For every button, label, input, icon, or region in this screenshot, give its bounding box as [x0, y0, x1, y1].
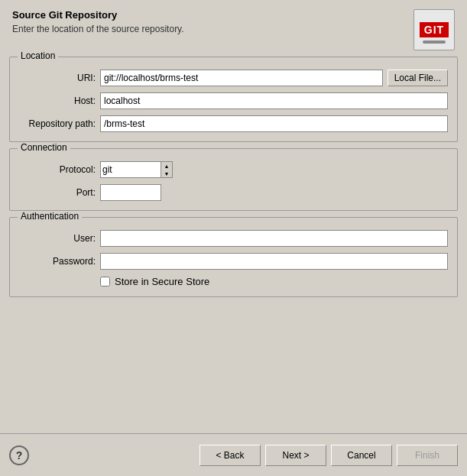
user-label: User:	[19, 233, 96, 244]
uri-label: URI:	[19, 73, 96, 83]
connection-group-label: Connection	[18, 142, 70, 153]
uri-input[interactable]	[100, 70, 383, 86]
help-button[interactable]: ?	[9, 445, 29, 465]
back-button[interactable]: < Back	[199, 445, 261, 466]
finish-button[interactable]: Finish	[397, 445, 458, 466]
connection-group: Connection Protocol: git http https ssh …	[9, 148, 458, 211]
uri-row: URI: Local File...	[19, 70, 448, 86]
spacer	[9, 303, 458, 427]
authentication-group: Authentication User: Password: Store in …	[9, 217, 458, 297]
repo-path-row: Repository path:	[19, 115, 448, 132]
header-text: Source Git Repository Enter the location…	[12, 9, 406, 34]
host-input[interactable]	[100, 92, 448, 109]
protocol-select[interactable]: git http https ssh	[100, 161, 161, 178]
password-row: Password:	[19, 253, 448, 270]
spinner-down-button[interactable]: ▼	[161, 170, 172, 177]
location-group: Location URI: Local File... Host: Reposi…	[9, 57, 458, 142]
git-icon-label: GIT	[420, 22, 449, 37]
spinner-up-button[interactable]: ▲	[161, 162, 172, 170]
password-input[interactable]	[100, 253, 448, 270]
footer-buttons: < Back Next > Cancel Finish	[199, 445, 458, 466]
footer: ? < Back Next > Cancel Finish	[0, 433, 467, 476]
page-subtitle: Enter the location of the source reposit…	[12, 24, 406, 34]
port-label: Port:	[19, 187, 96, 198]
port-input[interactable]	[100, 184, 161, 201]
local-file-button[interactable]: Local File...	[388, 70, 448, 86]
location-group-label: Location	[18, 50, 58, 61]
next-button[interactable]: Next >	[265, 445, 326, 466]
host-label: Host:	[19, 96, 96, 106]
repo-path-input[interactable]	[100, 115, 448, 132]
user-input[interactable]	[100, 230, 448, 247]
git-icon-bar	[423, 40, 446, 44]
user-row: User:	[19, 230, 448, 247]
port-row: Port:	[19, 184, 448, 201]
store-label: Store in Secure Store	[115, 276, 209, 287]
store-row: Store in Secure Store	[19, 276, 448, 287]
git-icon: GIT	[413, 9, 455, 50]
store-checkbox[interactable]	[100, 277, 110, 287]
protocol-row: Protocol: git http https ssh ▲ ▼	[19, 161, 448, 178]
header: Source Git Repository Enter the location…	[0, 0, 467, 57]
password-label: Password:	[19, 256, 96, 267]
repo-path-label: Repository path:	[19, 118, 96, 129]
authentication-group-label: Authentication	[18, 211, 82, 222]
cancel-button[interactable]: Cancel	[331, 445, 392, 466]
protocol-spinner[interactable]: ▲ ▼	[161, 161, 173, 178]
main-content: Location URI: Local File... Host: Reposi…	[0, 57, 467, 433]
host-row: Host:	[19, 92, 448, 109]
protocol-select-wrapper: git http https ssh ▲ ▼	[100, 161, 173, 178]
protocol-label: Protocol:	[19, 164, 96, 175]
page-title: Source Git Repository	[12, 9, 406, 21]
